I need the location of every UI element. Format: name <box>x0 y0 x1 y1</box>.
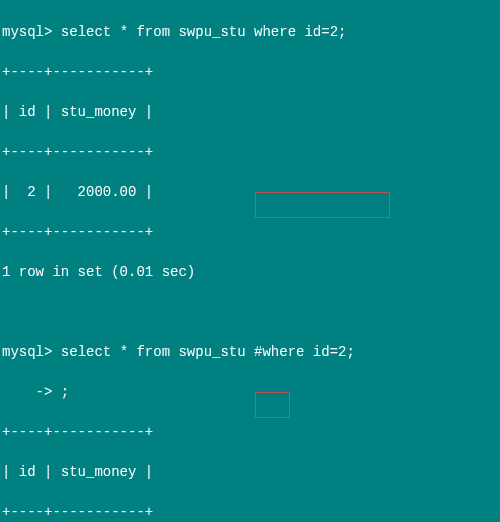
table-header: | id | stu_money | <box>2 462 500 482</box>
query-line: mysql> select * from swpu_stu where id=2… <box>2 22 500 42</box>
cont-text: ; <box>61 384 69 400</box>
table-sep: +----+-----------+ <box>2 142 500 162</box>
table-row: | 2 | 2000.00 | <box>2 182 500 202</box>
status-line: 1 row in set (0.01 sec) <box>2 262 500 282</box>
blank-line <box>2 302 500 322</box>
sql-text: select * from swpu_stu where id=2; <box>61 24 347 40</box>
table-sep: +----+-----------+ <box>2 62 500 82</box>
sql-text: select * from swpu_stu #where id=2; <box>61 344 355 360</box>
cont-prompt: -> <box>2 384 52 400</box>
table-header: | id | stu_money | <box>2 102 500 122</box>
mysql-prompt: mysql> <box>2 344 52 360</box>
terminal-output: mysql> select * from swpu_stu where id=2… <box>0 0 500 522</box>
query-line: mysql> select * from swpu_stu #where id=… <box>2 342 500 362</box>
table-sep: +----+-----------+ <box>2 502 500 522</box>
mysql-prompt: mysql> <box>2 24 52 40</box>
table-sep: +----+-----------+ <box>2 222 500 242</box>
table-sep: +----+-----------+ <box>2 422 500 442</box>
continuation-line: -> ; <box>2 382 500 402</box>
